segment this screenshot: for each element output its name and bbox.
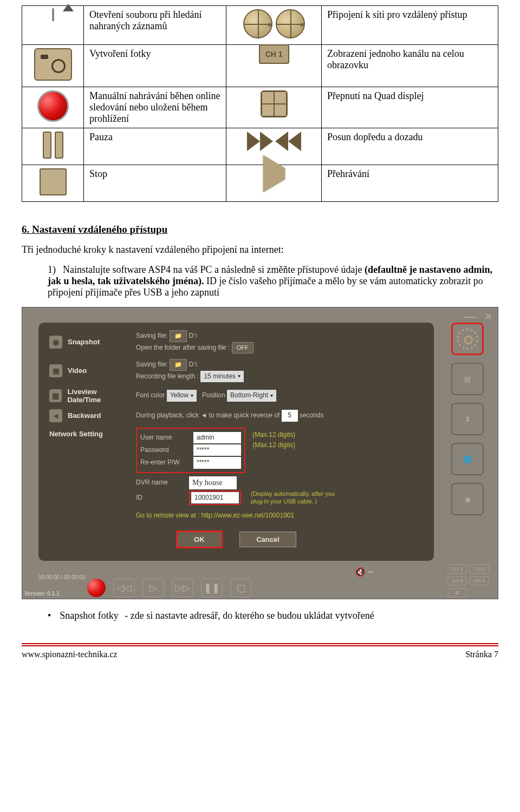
minimize-icon[interactable]: — [463, 309, 476, 324]
backward-row-icon: ◄ [49, 409, 62, 422]
pause-desc: Pauza [84, 128, 226, 165]
repassword-label: Re-enter P/W [140, 457, 189, 468]
backward-text-b: to make quick reverse of [209, 411, 280, 419]
rewind-button[interactable]: ◁◁ [113, 578, 135, 598]
sidebar-camera-icon[interactable]: ◉ [451, 483, 484, 515]
stop-icon [40, 168, 67, 195]
play-icon [263, 155, 285, 192]
fontcolor-label: Font color [136, 391, 165, 399]
single-channel-desc: Zobrazení jednoho kanálu na celou obrazo… [321, 45, 498, 87]
video-length-label: Recording file length : [136, 372, 199, 380]
section-number: 6. [22, 224, 29, 235]
sidebar-network-icon[interactable]: 🌐 [451, 443, 484, 475]
network-desc: Připojení k síti pro vzdálený přístup [321, 6, 498, 45]
cancel-button[interactable]: Cancel [239, 532, 296, 547]
footer-url: www.spionazni-technika.cz [22, 650, 118, 659]
settings-gear-icon[interactable] [451, 323, 484, 355]
ch4-button[interactable]: CH 4 [469, 576, 489, 586]
max-digits-2: (Max.12 digits) [252, 441, 295, 449]
ch2-button[interactable]: CH 2 [469, 564, 489, 574]
playback-controls: ◁◁ ▷ ▷▷ ❚❚ ▢ [87, 578, 252, 598]
ch3-button[interactable]: CH 3 [447, 576, 467, 586]
password-label: Password [140, 445, 189, 455]
record-button[interactable] [87, 579, 106, 597]
snapshot-open-label: Open the folder after saving file : [136, 344, 230, 351]
time-counter: 00:00:00 / 00:00:00 [38, 574, 85, 580]
ch1-icon: CH 1 [259, 44, 289, 64]
open-folder-icon [52, 8, 54, 21]
close-icon[interactable]: ✕ [484, 311, 492, 323]
snapshot-label: Snapshot [68, 338, 100, 346]
datetime-row-icon: ▦ [49, 389, 62, 402]
bullet-word: Snapshot fotky [60, 610, 125, 621]
backward-label: Backward [68, 411, 101, 420]
pause-button[interactable]: ❚❚ [201, 578, 223, 598]
page-footer: www.spionazni-technika.cz Stránka 7 [22, 643, 498, 659]
video-label: Video [68, 366, 87, 375]
quad-desc: Přepnutí na Quad displej [321, 87, 498, 128]
bullet-snapshot: • Snapshot fotky - zde si nastavte adres… [48, 610, 498, 621]
dvrname-label: DVR name [136, 477, 185, 488]
footer-page: Stránka 7 [465, 650, 498, 659]
ch1-button[interactable]: CH 1 [447, 564, 467, 574]
play-desc: Přehrávání [321, 165, 498, 202]
snapshot-row-icon: ◉ [49, 336, 62, 349]
video-row-icon: ▣ [49, 364, 62, 377]
settings-app-window: — ✕ ◉Snapshot Saving file: 📁 D:\ Open th… [22, 307, 498, 599]
section-title: Nastavení vzdáleného přístupu [32, 224, 167, 235]
channel-grid-selector: CH 1 CH 2 CH 3 CH 4 ⊞ [447, 564, 489, 598]
quad-grid-icon [261, 90, 288, 117]
fontcolor-select[interactable]: Yellow [167, 390, 197, 401]
backward-seconds-input[interactable]: 5 [282, 410, 298, 421]
id-input[interactable]: 10001901 [191, 492, 239, 503]
max-digits-1: (Max.12 digits) [252, 431, 295, 438]
network-label: Network Setting [49, 430, 103, 438]
section-intro: Tři jednoduché kroky k nastavení vzdálen… [22, 244, 498, 256]
backward-text-c: seconds [300, 411, 324, 419]
forward-button[interactable]: ▷▷ [172, 578, 193, 598]
open-folder-desc: Otevření souboru při hledání nahraných z… [84, 6, 226, 45]
step-1: 1)Nainstalujte software ASP4 na váš PC a… [48, 264, 498, 298]
backward-text-a: During playback, click [136, 411, 199, 419]
stop-button[interactable]: ▢ [230, 578, 252, 598]
bullet-desc: - zde si nastavte adresář, do kterého se… [125, 610, 374, 621]
ok-button[interactable]: OK [176, 531, 223, 548]
version-label: Version: 0.1.1 [24, 591, 59, 597]
ff-rw-icon [247, 132, 301, 151]
snapshot-path: D:\ [188, 332, 197, 339]
sidebar-openfolder-icon[interactable]: ⬆ [451, 403, 484, 435]
dvrname-input[interactable]: My house [189, 476, 237, 489]
camera-icon [34, 48, 72, 81]
ffrw-desc: Posun dopředu a dozadu [321, 128, 498, 165]
snapshot-openfolder-toggle[interactable]: OFF [232, 342, 253, 354]
snapshot-browse-button[interactable]: 📁 [170, 330, 187, 342]
password-input[interactable]: ***** [193, 444, 241, 456]
record-icon [37, 90, 69, 122]
settings-panel: ◉Snapshot Saving file: 📁 D:\ Open the fo… [38, 323, 434, 561]
sidebar-snapshot-icon[interactable]: ▧ [451, 363, 484, 395]
video-saving-label: Saving file: [136, 361, 168, 368]
position-label: Position [202, 391, 225, 399]
right-sidebar: ▧ ⬆ 🌐 ◉ [446, 323, 489, 515]
volume-icon[interactable]: 🔇 ━ [355, 567, 373, 577]
id-auto-note: (Display automatically, after you plug-i… [251, 490, 348, 505]
stop-desc: Stop [84, 165, 226, 202]
snapshot-saving-label: Saving file: [136, 332, 168, 339]
pause-icon [43, 132, 63, 159]
id-label: ID [136, 493, 185, 503]
username-label: User name [140, 433, 189, 443]
username-input[interactable]: admin [193, 432, 241, 443]
position-select[interactable]: Bottom-Right [227, 390, 276, 401]
repassword-input[interactable]: ***** [193, 457, 241, 468]
credentials-highlight: User nameadmin Password***** Re-enter P/… [136, 428, 245, 473]
video-length-select[interactable]: 15 minutes [200, 371, 244, 382]
video-browse-button[interactable]: 📁 [170, 359, 187, 371]
play-button[interactable]: ▷ [142, 578, 164, 598]
record-desc: Manuální nahrávání běhen online sledován… [84, 87, 226, 128]
icon-reference-table: Otevření souboru při hledání nahraných z… [22, 5, 498, 202]
quad-button[interactable]: ⊞ [447, 588, 467, 598]
liveview-label: Liveview Date/Time [67, 388, 131, 404]
network-globes-icon: on off [243, 9, 305, 38]
video-path: D:\ [188, 361, 197, 368]
camera-desc: Vytvoření fotky [84, 45, 226, 87]
